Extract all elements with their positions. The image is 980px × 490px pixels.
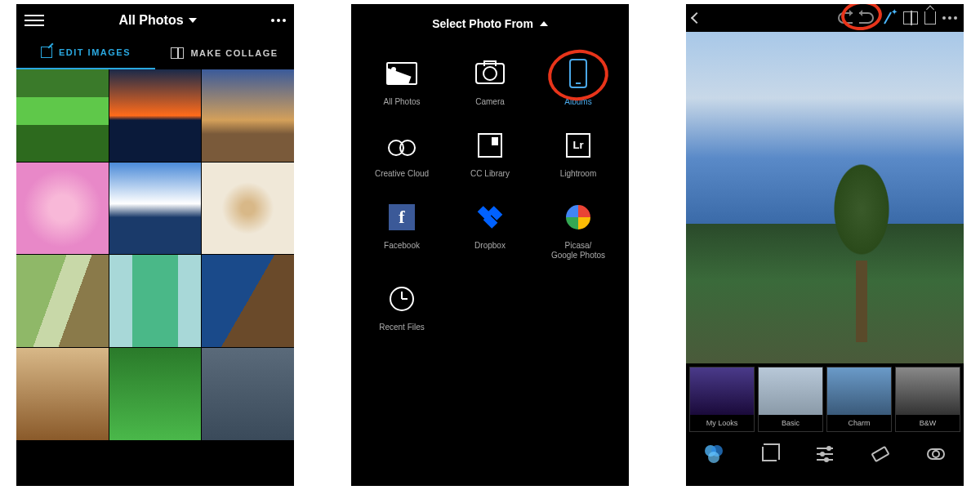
tab-edit-label: EDIT IMAGES [59, 47, 131, 57]
tool-adjust[interactable] [814, 443, 835, 465]
source-albums[interactable]: Albums [534, 58, 622, 107]
look-preview [759, 368, 822, 415]
looks-strip: My Looks Basic Charm B&W [686, 363, 964, 435]
editor-canvas[interactable] [686, 32, 964, 363]
compare-button[interactable] [903, 11, 918, 24]
source-label: CC Library [470, 169, 510, 179]
photo-thumbnail[interactable] [16, 163, 109, 255]
photo-thumbnail[interactable] [16, 69, 109, 162]
facebook-icon: f [389, 204, 415, 230]
gallery-tabs: EDIT IMAGES MAKE COLLAGE [16, 37, 294, 69]
more-icon[interactable] [271, 19, 286, 22]
screen-editor: My Looks Basic Charm B&W [686, 4, 964, 486]
photo-thumbnail[interactable] [109, 163, 202, 255]
photo-content [808, 138, 915, 342]
source-creative-cloud[interactable]: Creative Cloud [358, 130, 446, 179]
lightroom-icon: Lr [566, 133, 590, 158]
tab-collage-label: MAKE COLLAGE [190, 48, 278, 58]
source-header[interactable]: Select Photo From [351, 4, 629, 43]
chevron-left-icon [691, 12, 702, 24]
source-label: Creative Cloud [375, 169, 429, 179]
share-button[interactable] [924, 11, 936, 24]
screen-all-photos: All Photos EDIT IMAGES MAKE COLLAGE [16, 4, 294, 486]
source-label: Facebook [384, 241, 420, 251]
tab-make-collage[interactable]: MAKE COLLAGE [155, 37, 294, 69]
creative-cloud-icon [385, 135, 418, 156]
screen-select-source: Select Photo From All Photos Camera Albu… [351, 4, 629, 486]
photo-grid [16, 69, 294, 440]
collage-icon [171, 47, 184, 59]
sliders-icon [817, 448, 833, 461]
photo-thumbnail[interactable] [202, 69, 294, 162]
look-charm[interactable]: Charm [826, 367, 892, 432]
phone-icon [569, 59, 587, 88]
clock-icon [390, 287, 414, 311]
source-header-text: Select Photo From [432, 17, 533, 30]
gallery-topbar: All Photos [16, 4, 294, 37]
tool-filters[interactable] [703, 443, 724, 465]
source-recent-files[interactable]: Recent Files [358, 283, 446, 332]
photo-thumbnail[interactable] [16, 255, 109, 347]
source-label: Picasa/ Google Photos [551, 241, 605, 261]
source-dropbox[interactable]: Dropbox [446, 202, 534, 261]
look-basic[interactable]: Basic [758, 367, 823, 432]
menu-icon[interactable] [24, 15, 44, 26]
photo-thumbnail[interactable] [202, 348, 294, 440]
photo-thumbnail[interactable] [109, 69, 202, 162]
eye-icon [927, 448, 945, 460]
photos-icon [386, 62, 417, 85]
chevron-down-icon [189, 18, 197, 23]
look-label: Basic [782, 415, 800, 431]
photo-thumbnail[interactable] [109, 255, 202, 347]
source-label: Dropbox [474, 241, 506, 251]
look-label: My Looks [706, 415, 738, 431]
eraser-icon [871, 446, 889, 462]
compare-icon [903, 11, 918, 24]
picasa-icon [566, 205, 590, 229]
source-picasa[interactable]: Picasa/ Google Photos [534, 202, 622, 261]
tool-redeye[interactable] [925, 443, 947, 465]
look-label: Charm [848, 415, 870, 431]
source-label: Recent Files [379, 323, 425, 332]
share-icon [924, 11, 936, 24]
gallery-title-text: All Photos [118, 13, 183, 28]
more-icon[interactable] [942, 16, 957, 20]
look-label: B&W [920, 415, 937, 431]
tab-edit-images[interactable]: EDIT IMAGES [16, 37, 155, 69]
photo-thumbnail[interactable] [109, 348, 202, 440]
source-label: Lightroom [560, 169, 596, 179]
look-bw[interactable]: B&W [895, 367, 960, 432]
tool-crop[interactable] [759, 443, 780, 465]
editor-bottombar [686, 435, 964, 473]
source-facebook[interactable]: f Facebook [358, 202, 446, 261]
camera-icon [475, 63, 505, 84]
back-button[interactable] [693, 14, 701, 22]
look-preview [896, 368, 960, 415]
source-label: Camera [475, 97, 505, 107]
look-preview [827, 368, 891, 415]
tool-erase[interactable] [870, 443, 891, 465]
auto-enhance-button[interactable] [880, 10, 897, 26]
magic-wand-icon [880, 10, 897, 26]
photo-thumbnail[interactable] [16, 348, 109, 440]
crop-icon [762, 447, 777, 461]
source-cc-library[interactable]: CC Library [446, 130, 534, 179]
editor-topbar [686, 4, 964, 32]
gallery-title-dropdown[interactable]: All Photos [118, 13, 196, 28]
look-preview [690, 368, 754, 415]
dropbox-icon [476, 206, 504, 229]
look-my-looks[interactable]: My Looks [689, 367, 755, 432]
source-all-photos[interactable]: All Photos [358, 58, 446, 107]
source-grid: All Photos Camera Albums Creative Cloud … [351, 43, 629, 347]
source-camera[interactable]: Camera [446, 58, 534, 107]
edit-icon [41, 47, 52, 58]
chevron-up-icon [540, 21, 548, 26]
source-lightroom[interactable]: Lr Lightroom [534, 130, 622, 179]
library-icon [478, 133, 502, 158]
source-label: All Photos [383, 97, 420, 107]
filters-icon [705, 445, 723, 463]
photo-thumbnail[interactable] [202, 163, 294, 255]
photo-thumbnail[interactable] [202, 255, 294, 347]
